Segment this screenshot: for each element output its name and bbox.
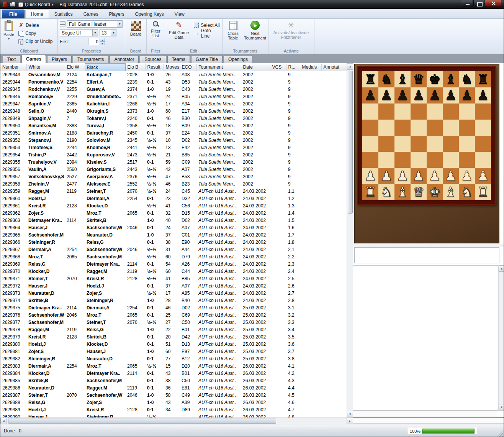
table-row[interactable]: 2629378Ragger,M2119Reiss,G1-022B01AUT-ch… — [0, 326, 347, 334]
board-square[interactable]: ♚ — [427, 71, 443, 87]
scroll-right-icon[interactable]: ► — [347, 418, 353, 424]
board-square[interactable]: ♜ — [475, 184, 491, 200]
column-header-r[interactable]: R... — [286, 64, 300, 71]
board-square[interactable] — [427, 120, 443, 136]
board-square[interactable]: ♟ — [427, 87, 443, 104]
spin-down-icon[interactable]: ▾ — [100, 42, 105, 45]
table-row[interactable]: 2629364Hauser,JSachsenhofer,W20460-124A0… — [0, 224, 347, 232]
list-tab-games[interactable]: Games — [21, 55, 46, 63]
panel-bottom-scrollbar-2[interactable] — [353, 417, 504, 424]
panel-splitter[interactable]: ⋯⋯ — [353, 244, 504, 247]
table-row[interactable]: 2629352Stepanov,I2190Soloviov,M2345½-½10… — [0, 137, 347, 144]
scroll-up-icon[interactable]: ▲ — [347, 63, 353, 70]
table-row[interactable]: 2629346Romanov,E2229Izmukhambeto..2371½-… — [0, 93, 347, 100]
table-row[interactable]: 2629367Diermair,A2254Sachsenhofer,W2046½… — [0, 246, 347, 253]
table-vertical-scrollbar[interactable]: ▲ ▼ — [347, 63, 353, 417]
board-square[interactable]: ♟ — [394, 87, 411, 104]
board-square[interactable]: ♟ — [411, 168, 427, 184]
panel-vertical-scrollbar[interactable]: ▲ ▼ — [498, 265, 504, 411]
table-row[interactable]: 2629347Saprikin,V2365Kalichkin,I2268½-½1… — [0, 100, 347, 108]
board-square[interactable]: ♟ — [394, 168, 411, 184]
table-row[interactable]: 2629383Diermair,A2254Mroz,T2065½-½15D20A… — [0, 363, 347, 370]
board-square[interactable] — [394, 120, 411, 136]
board-square[interactable] — [394, 152, 411, 168]
panel-scroll-up-icon[interactable]: ▲ — [499, 265, 504, 272]
board-square[interactable] — [475, 120, 491, 136]
table-row[interactable]: 2629363Dietmayer Kra..2114Skritek,B1-040… — [0, 217, 347, 224]
paste-button[interactable]: Paste ▾ — [2, 20, 15, 48]
board-square[interactable]: ♝ — [443, 184, 459, 200]
board-square[interactable] — [459, 136, 475, 152]
table-row[interactable]: 2629370Klocker,DRagger,M2119½-½60C44AUT-… — [0, 268, 347, 275]
board-square[interactable]: ♛ — [411, 71, 427, 87]
clip-or-unclip-button[interactable]: Clip or Unclip — [18, 38, 52, 45]
column-header-date[interactable]: Date — [241, 64, 270, 71]
table-row[interactable]: 2629389Hoelzl,JKreisl,R21280-134D89AUT-c… — [0, 406, 347, 414]
table-row[interactable]: 2629353Timofeev,S2244Kholmov,R2441½-½13E… — [0, 144, 347, 151]
table-row[interactable]: 2629382Steininger,RNeurauter,D0-127B12AU… — [0, 355, 347, 363]
list-tab-players[interactable]: Players — [47, 55, 72, 63]
board-square[interactable] — [411, 152, 427, 168]
board-square[interactable] — [378, 136, 394, 152]
column-header-elo-b[interactable]: Elo B — [125, 64, 145, 71]
board-square[interactable]: ♝ — [394, 184, 411, 200]
table-row[interactable]: 2629360Hoelzl,JDiermair,A22540-123D32AUT… — [0, 195, 347, 202]
table-row[interactable]: 2629345Rodchenkov,V2255Gusev,A23741-019C… — [0, 86, 347, 93]
table-row[interactable]: 2629384Klocker,DDietmayer Kra..21140-143… — [0, 370, 347, 377]
board-square[interactable] — [411, 136, 427, 152]
table-row[interactable]: 2629379Kreisl,R2128Skritek,B0-120D42AUT-… — [0, 334, 347, 341]
board-square[interactable]: ♞ — [378, 71, 394, 87]
column-header-medals[interactable]: Medals — [300, 64, 321, 71]
board-square[interactable] — [394, 136, 411, 152]
board-square[interactable] — [394, 104, 411, 120]
board-square[interactable] — [427, 104, 443, 120]
table-row[interactable]: 2629388Reiss,GZojer,S1-043A39AUT-ch U16 … — [0, 399, 347, 406]
board-square[interactable] — [459, 120, 475, 136]
board-square[interactable] — [459, 152, 475, 168]
board-square[interactable] — [411, 120, 427, 136]
table-row[interactable]: 2629377Sachsenhofer,MSteiner,T2070½-½27C… — [0, 319, 347, 326]
ribbon-tab-opening-keys[interactable]: Opening Keys — [129, 10, 169, 18]
panel-bottom-scrollbar-1[interactable] — [353, 411, 498, 417]
board-square[interactable] — [427, 136, 443, 152]
font-size-select[interactable]: 13 ▾ — [100, 29, 116, 36]
column-header-vcs[interactable]: VCS — [270, 64, 286, 71]
board-square[interactable] — [459, 104, 475, 120]
vertical-scroll-thumb[interactable] — [348, 71, 353, 214]
ribbon-tab-statistics[interactable]: Statistics — [49, 10, 78, 18]
table-row[interactable]: 2629351Smirnov,A2188Bairachny,R24500-137… — [0, 130, 347, 137]
print-icon[interactable] — [10, 3, 15, 7]
board-square[interactable] — [378, 120, 394, 136]
table-row[interactable]: 2629390Hauser,JSteininger,R½-½AUT-ch U16… — [0, 414, 347, 417]
board-square[interactable]: ♟ — [427, 168, 443, 184]
list-tab-game-title[interactable]: Game Title — [191, 55, 223, 63]
table-row[interactable]: 2629357Voitsekhovsky,S2527Averjanov,A237… — [0, 173, 347, 181]
table-row[interactable]: 2629372Hauser,JHoelzl,J0-137A07AUT-ch U1… — [0, 283, 347, 290]
board-square[interactable]: ♜ — [362, 71, 378, 87]
cross-table-button[interactable]: Cross Table — [224, 20, 242, 48]
board-square[interactable]: ♟ — [459, 87, 475, 104]
game-header-select[interactable]: Full Game Header ▾ — [67, 20, 123, 28]
board-square[interactable]: ♟ — [475, 168, 491, 184]
board-square[interactable] — [362, 152, 378, 168]
table-row[interactable]: 2629386Neurauter,DRagger,M21190-136E81AU… — [0, 384, 347, 392]
table-row[interactable]: 2629356Vaulin,A2560Grigoriants,S2443½-½4… — [0, 166, 347, 173]
board-square[interactable] — [443, 104, 459, 120]
board-button[interactable]: Board — [127, 20, 144, 37]
table-row[interactable]: 2629368Mroz,T2065Sachsenhofer,M½-½60D79A… — [0, 253, 347, 261]
board-square[interactable] — [475, 104, 491, 120]
board-square[interactable] — [475, 136, 491, 152]
table-row[interactable]: 2629366Steininger,RReiss,G0-138E90AUT-ch… — [0, 239, 347, 246]
board-square[interactable]: ♞ — [459, 184, 475, 200]
board-square[interactable]: ♟ — [443, 87, 459, 104]
board-square[interactable] — [362, 104, 378, 120]
table-row[interactable]: 2629381Zojer,SHauser,J1-060E97AUT-ch U16… — [0, 348, 347, 355]
resize-grip-icon[interactable] — [497, 431, 503, 437]
board-square[interactable]: ♟ — [459, 168, 475, 184]
board-square[interactable]: ♟ — [475, 87, 491, 104]
ribbon-tab-players[interactable]: Players — [103, 10, 129, 18]
table-row[interactable]: 2629369Reiss,GDietmayer Kra..21140-154A2… — [0, 261, 347, 268]
copy-button[interactable]: Copy — [18, 30, 52, 37]
table-row[interactable]: 2629343Ovsiannikov,M2124Kotanjian,T20281… — [0, 71, 347, 79]
list-tab-tournaments[interactable]: Tournaments — [73, 55, 108, 63]
